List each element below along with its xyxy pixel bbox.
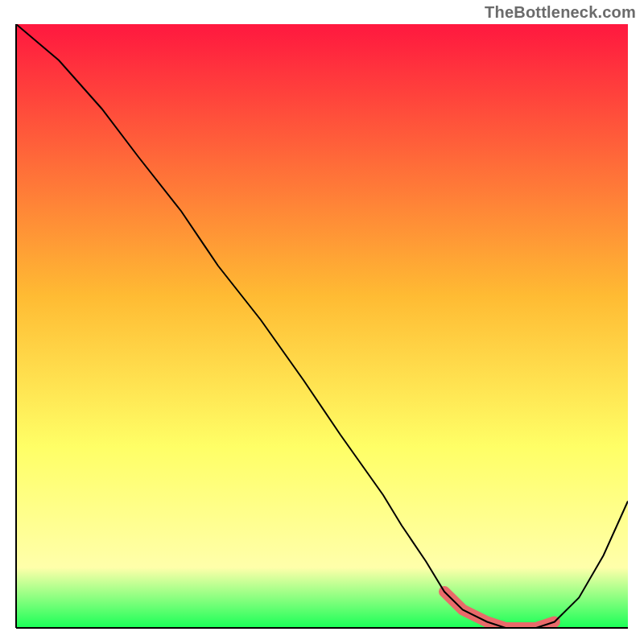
bottleneck-chart: [0, 0, 644, 644]
plot-background: [16, 24, 628, 628]
attribution-text: TheBottleneck.com: [485, 3, 636, 22]
chart-stage: TheBottleneck.com: [0, 0, 644, 644]
